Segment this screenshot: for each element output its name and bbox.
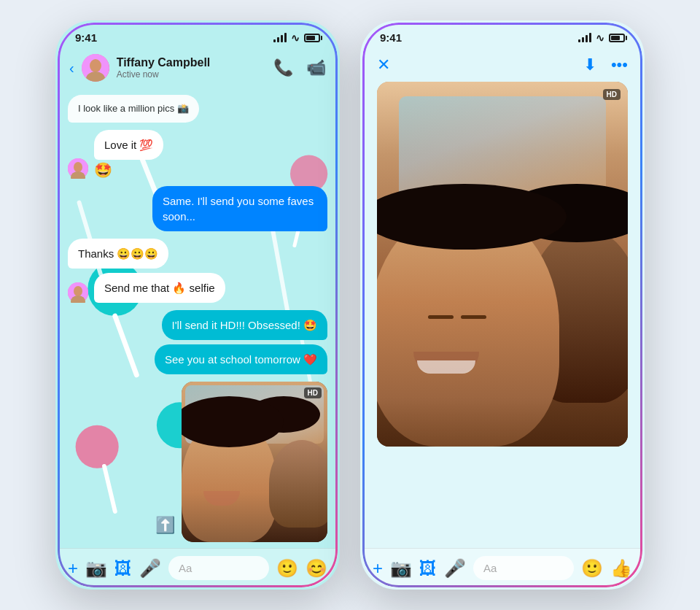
- video-button[interactable]: 📹: [306, 58, 326, 77]
- contact-name: Tiffany Campbell: [117, 56, 266, 69]
- hd-badge: HD: [304, 387, 322, 398]
- contact-info: Tiffany Campbell Active now: [117, 56, 266, 80]
- download-button[interactable]: ⬇: [583, 55, 596, 74]
- camera-button-right[interactable]: 📷: [390, 558, 412, 579]
- chat-toolbar-right: + 📷 🖼 🎤 Aa 🙂 👍: [362, 548, 642, 587]
- emoji-button[interactable]: 🙂: [276, 558, 298, 579]
- reaction-emoji: 🤩: [94, 161, 163, 179]
- message-row: I look like a million pics 📸: [68, 95, 327, 123]
- message-row: See you at school tomorrow ❤️: [68, 344, 327, 374]
- message-bubble: See you at school tomorrow ❤️: [155, 344, 327, 374]
- chat-header: ‹ Tiffany Campbell Active now 📞 📹: [58, 48, 338, 88]
- message-bubble: I'll send it HD!!! Obsessed! 🤩: [162, 310, 327, 340]
- svg-point-1: [90, 59, 101, 72]
- wifi-icon: ∿: [596, 32, 604, 44]
- back-button[interactable]: ‹: [69, 60, 74, 77]
- input-placeholder-right: Aa: [483, 562, 497, 574]
- mic-button-right[interactable]: 🎤: [444, 558, 466, 579]
- contact-status: Active now: [117, 69, 266, 80]
- message-bubble: Love it 💯: [94, 130, 163, 160]
- phone-left: 9:41 ∿ ‹: [55, 20, 340, 590]
- message-bubble: I look like a million pics 📸: [68, 95, 199, 123]
- photo-message-row: ⬆️: [68, 382, 327, 548]
- avatar-small: [68, 282, 88, 303]
- phone-right: 9:41 ∿ ✕ ⬇: [360, 20, 645, 590]
- like-button[interactable]: 😊: [306, 558, 327, 579]
- viewer-actions: ⬇ •••: [583, 55, 628, 74]
- contact-avatar: [82, 54, 109, 82]
- close-button[interactable]: ✕: [377, 55, 390, 74]
- photo-button-right[interactable]: 🖼: [419, 558, 437, 579]
- add-button-right[interactable]: +: [373, 558, 383, 579]
- status-bar-left: 9:41 ∿: [58, 23, 338, 48]
- message-row: Send me that 🔥 selfie: [68, 273, 327, 303]
- input-placeholder: Aa: [179, 562, 192, 574]
- like-button-right[interactable]: 👍: [610, 558, 632, 579]
- hd-badge-full: HD: [603, 89, 621, 100]
- full-photo: HD: [377, 82, 628, 447]
- battery-icon: [304, 34, 320, 42]
- photo-message[interactable]: HD: [182, 382, 327, 542]
- wifi-icon: ∿: [291, 32, 300, 44]
- photo-button[interactable]: 🖼: [114, 558, 132, 579]
- share-icon[interactable]: ⬆️: [155, 516, 175, 535]
- svg-point-18: [74, 162, 82, 172]
- chat-messages: I look like a million pics 📸 Lo: [58, 88, 338, 548]
- message-bubble: Thanks 😀😀😀: [68, 239, 168, 269]
- signal-icon: [578, 33, 591, 42]
- message-bubble: Same. I'll send you some faves soon...: [152, 186, 327, 231]
- svg-point-21: [74, 286, 82, 296]
- battery-icon: [609, 34, 625, 42]
- camera-button[interactable]: 📷: [85, 558, 107, 579]
- status-bar-right: 9:41 ∿: [362, 23, 642, 48]
- time-right: 9:41: [380, 31, 402, 44]
- call-button[interactable]: 📞: [273, 58, 293, 77]
- message-input-right[interactable]: Aa: [473, 556, 574, 580]
- message-row: Love it 💯 🤩: [68, 130, 327, 179]
- time-left: 9:41: [75, 31, 97, 44]
- viewer-header: ✕ ⬇ •••: [362, 48, 642, 82]
- status-icons-left: ∿: [273, 32, 320, 44]
- emoji-button-right[interactable]: 🙂: [581, 558, 603, 579]
- message-bubble: Send me that 🔥 selfie: [94, 273, 225, 303]
- message-input[interactable]: Aa: [168, 556, 269, 580]
- avatar-small: [68, 158, 88, 179]
- message-row: I'll send it HD!!! Obsessed! 🤩: [68, 310, 327, 340]
- header-actions: 📞 📹: [273, 58, 326, 77]
- status-icons-right: ∿: [578, 32, 625, 44]
- mic-button[interactable]: 🎤: [139, 558, 161, 579]
- message-row: Thanks 😀😀😀: [68, 239, 327, 269]
- signal-icon: [273, 33, 287, 42]
- add-button[interactable]: +: [68, 558, 78, 579]
- message-row: Same. I'll send you some faves soon...: [68, 186, 327, 231]
- more-button[interactable]: •••: [611, 55, 628, 74]
- chat-toolbar-left: + 📷 🖼 🎤 Aa 🙂 😊: [58, 548, 338, 587]
